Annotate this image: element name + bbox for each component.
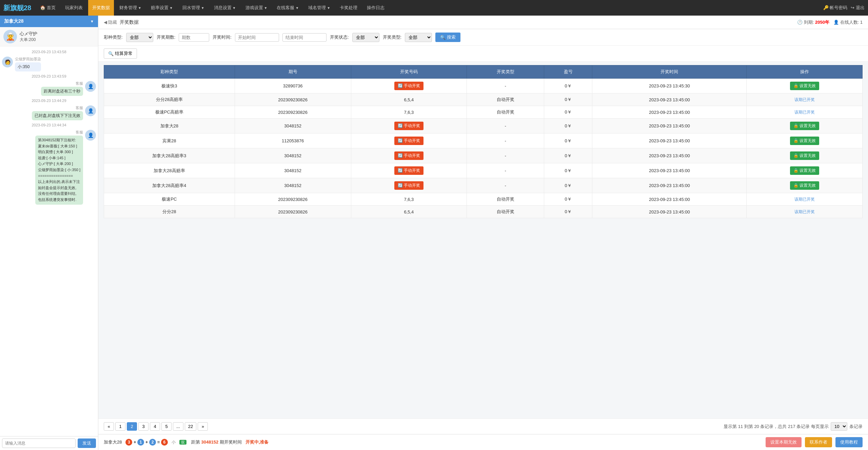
msg-bubble-3: 已封盘,封盘线下下注无效 <box>32 111 83 120</box>
page-prev[interactable]: « <box>104 422 114 431</box>
page-2[interactable]: 2 <box>127 422 137 431</box>
nav-oplog[interactable]: 操作日志 <box>363 0 389 16</box>
set-invalid-row-button[interactable]: 🔒 设置无效 <box>790 82 819 90</box>
chat-time-2: 2023-09-23 13:43:59 <box>2 74 96 78</box>
period-prefix: 距第 <box>191 439 200 445</box>
chat-username: 心メ守护 <box>20 31 37 37</box>
manual-open-button[interactable]: 🔄 手动开奖 <box>394 82 423 90</box>
chat-input[interactable] <box>2 438 76 448</box>
countdown-label: 开奖中,准备 <box>245 439 269 445</box>
page-1[interactable]: 1 <box>115 422 125 431</box>
search-button[interactable]: 🔍 搜索 <box>435 33 460 42</box>
opened-text: 该期已开奖 <box>794 197 815 202</box>
cell-code[interactable]: 🔄 手动开奖 <box>351 148 467 163</box>
account-link[interactable]: 🔑 帐号密码 <box>823 5 848 11</box>
cell-period: 202309230826 <box>235 206 351 218</box>
bottom-bar: 加拿大28 3 + 1 + 2 = 6 小 双 距第 3048152 期开奖时间 <box>98 434 868 450</box>
per-page-select[interactable]: 10 20 50 <box>831 422 847 431</box>
chat-send-button[interactable]: 发送 <box>78 438 96 448</box>
status-select[interactable]: 全部 <box>352 33 379 42</box>
set-invalid-row-button[interactable]: 🔒 设置无效 <box>790 166 819 175</box>
page-next[interactable]: » <box>198 422 208 431</box>
cell-action[interactable]: 🔒 设置无效 <box>747 148 863 163</box>
nav-players[interactable]: 玩家列表 <box>61 0 87 16</box>
msg-avatar-2: 👤 <box>85 81 96 92</box>
nav-game[interactable]: 游戏设置 ▼ <box>241 0 272 16</box>
contact-button[interactable]: 联系作者 <box>805 437 832 447</box>
nav-rebate[interactable]: 回水管理 ▼ <box>178 0 209 16</box>
end-time-input[interactable] <box>282 33 327 42</box>
cell-profit: 0￥ <box>544 148 592 163</box>
set-invalid-row-button[interactable]: 🔒 设置无效 <box>790 137 819 145</box>
rebate-dropdown-arrow: ▼ <box>201 6 204 10</box>
period-input[interactable] <box>179 33 209 42</box>
cell-action[interactable]: 🔒 设置无效 <box>747 134 863 148</box>
cell-profit: 0￥ <box>544 106 592 119</box>
chat-amount: 大单:200 <box>20 37 37 43</box>
hide-button[interactable]: ◀ 隐藏 <box>104 19 117 25</box>
page-3[interactable]: 3 <box>138 422 149 431</box>
set-invalid-row-button[interactable]: 🔒 设置无效 <box>790 122 819 130</box>
cell-action[interactable]: 🔒 设置无效 <box>747 79 863 94</box>
cell-code[interactable]: 🔄 手动开奖 <box>351 134 467 148</box>
num-3: 3 <box>125 439 132 446</box>
sidebar-header[interactable]: 加拿大28 ▼ <box>0 16 98 27</box>
cell-time: 2023-09-23 13:45:00 <box>592 148 747 163</box>
cell-code[interactable]: 🔄 手动开奖 <box>351 119 467 134</box>
lottery-type-select[interactable]: 全部 <box>126 33 153 42</box>
nav-lottery[interactable]: 开奖数据 <box>88 0 114 16</box>
tutorial-button[interactable]: 使用教程 <box>835 437 863 447</box>
pagination-bar: « 1 2 3 4 5 ... 22 » 显示第 11 到第 20 条记录，总共… <box>98 418 868 434</box>
cell-action[interactable]: 🔒 设置无效 <box>747 119 863 134</box>
nav-finance[interactable]: 财务管理 ▼ <box>115 0 145 16</box>
set-invalid-row-button[interactable]: 🔒 设置无效 <box>790 181 819 190</box>
nav-card[interactable]: 卡奖处理 <box>336 0 361 16</box>
nav-home[interactable]: 🏠 首页 <box>36 0 60 16</box>
cell-action[interactable]: 🔒 设置无效 <box>747 178 863 193</box>
chat-time-4: 2023-09-23 13:44:34 <box>2 123 96 127</box>
cell-action[interactable]: 该期已开奖 <box>747 106 863 119</box>
action-bar: 🔍 结算异常 <box>98 46 868 62</box>
cell-code[interactable]: 🔄 手动开奖 <box>351 163 467 178</box>
nav-odds[interactable]: 赔率设置 ▼ <box>147 0 177 16</box>
table-row: 极速PC2023092308267,6,3自动开奖0￥2023-09-23 13… <box>104 193 863 206</box>
cell-time: 2023-09-23 13:45:00 <box>592 193 747 206</box>
start-time-input[interactable] <box>235 33 279 42</box>
nav-domain[interactable]: 域名管理 ▼ <box>304 0 334 16</box>
cell-code[interactable]: 🔄 手动开奖 <box>351 79 467 94</box>
anomaly-button[interactable]: 🔍 结算异常 <box>104 48 137 59</box>
cell-type: 极速PC <box>104 193 235 206</box>
nav-service[interactable]: 在线客服 ▼ <box>273 0 303 16</box>
cell-action[interactable]: 该期已开奖 <box>747 206 863 218</box>
game-dropdown-arrow: ▼ <box>264 6 268 10</box>
manual-open-button[interactable]: 🔄 手动开奖 <box>394 181 423 190</box>
cell-type: 加拿大28 <box>104 119 235 134</box>
per-page-suffix: 条记录 <box>849 424 863 430</box>
set-invalid-button[interactable]: 设置本期无效 <box>766 437 802 447</box>
cell-type: 加拿大28高赔率4 <box>104 178 235 193</box>
opened-text: 该期已开奖 <box>794 209 815 214</box>
cell-action[interactable]: 该期已开奖 <box>747 193 863 206</box>
manual-open-button[interactable]: 🔄 手动开奖 <box>394 137 423 145</box>
cell-action[interactable]: 该期已开奖 <box>747 94 863 106</box>
set-invalid-row-button[interactable]: 🔒 设置无效 <box>790 151 819 160</box>
logout-link[interactable]: ↪ 退出 <box>851 5 865 11</box>
cell-period: 202309230826 <box>235 94 351 106</box>
col-type: 彩种类型 <box>104 65 235 79</box>
cell-open-type: - <box>467 148 544 163</box>
period-label: 开奖期数: <box>157 34 176 40</box>
page-4[interactable]: 4 <box>150 422 160 431</box>
cell-open-type: 自动开奖 <box>467 106 544 119</box>
opened-text: 该期已开奖 <box>794 110 815 115</box>
breadcrumb-bar: ◀ 隐藏 开奖数据 🕐 到期: 2050年 👤 在线人数: 1 <box>98 16 868 29</box>
cell-code[interactable]: 🔄 手动开奖 <box>351 178 467 193</box>
page-last[interactable]: 22 <box>185 422 196 431</box>
cell-action[interactable]: 🔒 设置无效 <box>747 163 863 178</box>
nav-msg[interactable]: 消息设置 ▼ <box>210 0 240 16</box>
manual-open-button[interactable]: 🔄 手动开奖 <box>394 151 423 160</box>
manual-open-button[interactable]: 🔄 手动开奖 <box>394 166 423 175</box>
page-5[interactable]: 5 <box>161 422 172 431</box>
type-select[interactable]: 全部 <box>405 33 432 42</box>
manual-open-button[interactable]: 🔄 手动开奖 <box>394 122 423 130</box>
lottery-table: 彩种类型 期号 开奖号码 开奖类型 盈亏 开奖时间 操作 极速快33289073… <box>104 65 863 218</box>
